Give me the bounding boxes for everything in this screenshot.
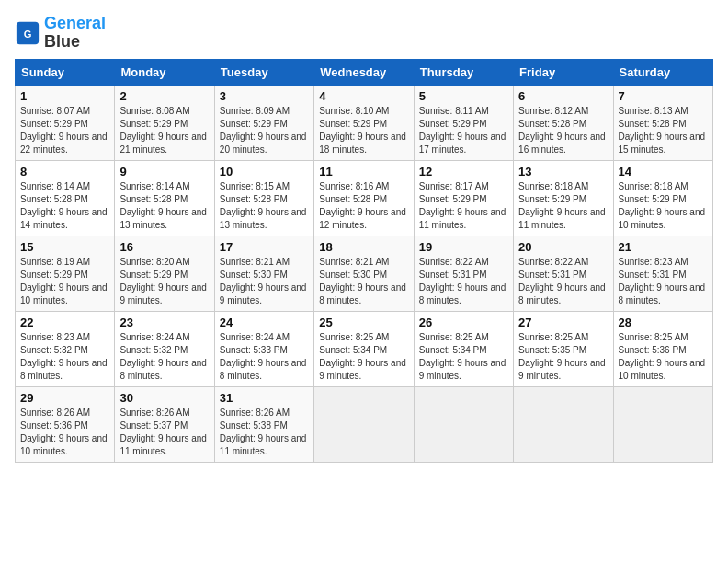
sunrise: Sunrise: 8:14 AM: [20, 181, 90, 191]
day-info: Sunrise: 8:26 AM Sunset: 5:38 PM Dayligh…: [220, 407, 309, 458]
daylight: Daylight: 9 hours and 12 minutes.: [319, 207, 406, 230]
sunrise: Sunrise: 8:17 AM: [419, 181, 489, 191]
calendar-cell: 5 Sunrise: 8:11 AM Sunset: 5:29 PM Dayli…: [414, 85, 513, 160]
sunset: Sunset: 5:31 PM: [518, 270, 586, 280]
sunset: Sunset: 5:29 PM: [20, 119, 88, 129]
day-info: Sunrise: 8:11 AM Sunset: 5:29 PM Dayligh…: [419, 105, 508, 156]
daylight: Daylight: 9 hours and 8 minutes.: [319, 282, 406, 305]
calendar-cell: 19 Sunrise: 8:22 AM Sunset: 5:31 PM Dayl…: [414, 236, 513, 311]
calendar-cell: 15 Sunrise: 8:19 AM Sunset: 5:29 PM Dayl…: [16, 236, 115, 311]
calendar-cell: 21 Sunrise: 8:23 AM Sunset: 5:31 PM Dayl…: [613, 236, 712, 311]
logo-icon: G: [15, 20, 40, 46]
calendar-cell: 11 Sunrise: 8:16 AM Sunset: 5:28 PM Dayl…: [314, 160, 414, 236]
calendar-cell: 28 Sunrise: 8:25 AM Sunset: 5:36 PM Dayl…: [613, 311, 712, 386]
sunrise: Sunrise: 8:22 AM: [518, 257, 588, 267]
day-info: Sunrise: 8:17 AM Sunset: 5:29 PM Dayligh…: [419, 180, 508, 232]
daylight: Daylight: 9 hours and 11 minutes.: [220, 433, 307, 456]
day-header-thursday: Thursday: [414, 59, 513, 85]
sunrise: Sunrise: 8:23 AM: [20, 332, 90, 342]
sunset: Sunset: 5:29 PM: [119, 119, 188, 129]
calendar-cell: 4 Sunrise: 8:10 AM Sunset: 5:29 PM Dayli…: [314, 85, 414, 160]
day-info: Sunrise: 8:13 AM Sunset: 5:28 PM Dayligh…: [619, 105, 708, 156]
sunset: Sunset: 5:28 PM: [119, 194, 188, 204]
calendar-cell: 16 Sunrise: 8:20 AM Sunset: 5:29 PM Dayl…: [115, 236, 214, 311]
day-info: Sunrise: 8:22 AM Sunset: 5:31 PM Dayligh…: [518, 256, 608, 307]
day-header-friday: Friday: [514, 59, 613, 85]
sunrise: Sunrise: 8:20 AM: [119, 257, 189, 267]
day-info: Sunrise: 8:08 AM Sunset: 5:29 PM Dayligh…: [119, 105, 209, 156]
day-number: 11: [319, 165, 408, 178]
sunrise: Sunrise: 8:09 AM: [220, 106, 290, 116]
daylight: Daylight: 9 hours and 14 minutes.: [20, 207, 108, 230]
day-number: 28: [619, 316, 708, 329]
calendar-cell: 9 Sunrise: 8:14 AM Sunset: 5:28 PM Dayli…: [115, 160, 214, 236]
daylight: Daylight: 9 hours and 9 minutes.: [319, 358, 406, 381]
calendar-cell: 18 Sunrise: 8:21 AM Sunset: 5:30 PM Dayl…: [314, 236, 414, 311]
day-info: Sunrise: 8:23 AM Sunset: 5:32 PM Dayligh…: [20, 331, 109, 383]
sunset: Sunset: 5:29 PM: [20, 270, 88, 280]
day-info: Sunrise: 8:23 AM Sunset: 5:31 PM Dayligh…: [619, 256, 708, 307]
day-header-monday: Monday: [115, 59, 214, 85]
day-info: Sunrise: 8:16 AM Sunset: 5:28 PM Dayligh…: [319, 180, 408, 232]
daylight: Daylight: 9 hours and 8 minutes.: [619, 282, 706, 305]
day-number: 17: [220, 240, 309, 254]
sunset: Sunset: 5:35 PM: [518, 345, 586, 355]
calendar-cell: 24 Sunrise: 8:24 AM Sunset: 5:33 PM Dayl…: [214, 311, 313, 386]
daylight: Daylight: 9 hours and 9 minutes.: [518, 358, 606, 381]
sunset: Sunset: 5:28 PM: [518, 119, 586, 129]
sunset: Sunset: 5:30 PM: [319, 270, 387, 280]
day-number: 27: [518, 316, 608, 329]
calendar-cell: 8 Sunrise: 8:14 AM Sunset: 5:28 PM Dayli…: [16, 160, 115, 236]
sunrise: Sunrise: 8:26 AM: [20, 408, 90, 418]
day-info: Sunrise: 8:07 AM Sunset: 5:29 PM Dayligh…: [20, 105, 109, 156]
day-info: Sunrise: 8:15 AM Sunset: 5:28 PM Dayligh…: [220, 180, 309, 232]
sunset: Sunset: 5:36 PM: [619, 345, 687, 355]
day-number: 19: [419, 240, 508, 254]
calendar-cell: 29 Sunrise: 8:26 AM Sunset: 5:36 PM Dayl…: [16, 386, 115, 462]
sunset: Sunset: 5:34 PM: [419, 345, 487, 355]
week-row-2: 8 Sunrise: 8:14 AM Sunset: 5:28 PM Dayli…: [16, 160, 713, 236]
day-number: 5: [419, 89, 508, 103]
sunset: Sunset: 5:29 PM: [619, 194, 687, 204]
sunrise: Sunrise: 8:25 AM: [419, 332, 489, 342]
daylight: Daylight: 9 hours and 8 minutes.: [119, 358, 207, 381]
sunrise: Sunrise: 8:25 AM: [518, 332, 588, 342]
daylight: Daylight: 9 hours and 9 minutes.: [419, 358, 506, 381]
sunset: Sunset: 5:29 PM: [419, 119, 487, 129]
daylight: Daylight: 9 hours and 8 minutes.: [220, 358, 307, 381]
day-number: 18: [319, 240, 408, 254]
day-info: Sunrise: 8:25 AM Sunset: 5:35 PM Dayligh…: [518, 331, 608, 383]
calendar-cell: 13 Sunrise: 8:18 AM Sunset: 5:29 PM Dayl…: [514, 160, 613, 236]
day-header-saturday: Saturday: [613, 59, 712, 85]
day-info: Sunrise: 8:25 AM Sunset: 5:36 PM Dayligh…: [619, 331, 708, 383]
calendar-cell: 3 Sunrise: 8:09 AM Sunset: 5:29 PM Dayli…: [214, 85, 313, 160]
sunrise: Sunrise: 8:12 AM: [518, 106, 588, 116]
daylight: Daylight: 9 hours and 21 minutes.: [119, 132, 207, 155]
week-row-4: 22 Sunrise: 8:23 AM Sunset: 5:32 PM Dayl…: [16, 311, 713, 386]
day-info: Sunrise: 8:18 AM Sunset: 5:29 PM Dayligh…: [619, 180, 708, 232]
sunrise: Sunrise: 8:18 AM: [518, 181, 588, 191]
daylight: Daylight: 9 hours and 11 minutes.: [518, 207, 606, 230]
day-info: Sunrise: 8:21 AM Sunset: 5:30 PM Dayligh…: [319, 256, 408, 307]
calendar-cell: 14 Sunrise: 8:18 AM Sunset: 5:29 PM Dayl…: [613, 160, 712, 236]
day-info: Sunrise: 8:25 AM Sunset: 5:34 PM Dayligh…: [419, 331, 508, 383]
calendar-cell: 17 Sunrise: 8:21 AM Sunset: 5:30 PM Dayl…: [214, 236, 313, 311]
sunrise: Sunrise: 8:26 AM: [119, 408, 189, 418]
day-number: 22: [20, 316, 109, 329]
week-row-5: 29 Sunrise: 8:26 AM Sunset: 5:36 PM Dayl…: [16, 386, 713, 462]
sunrise: Sunrise: 8:18 AM: [619, 181, 688, 191]
daylight: Daylight: 9 hours and 13 minutes.: [119, 207, 207, 230]
daylight: Daylight: 9 hours and 8 minutes.: [419, 282, 506, 305]
day-info: Sunrise: 8:14 AM Sunset: 5:28 PM Dayligh…: [20, 180, 109, 232]
calendar-cell: 10 Sunrise: 8:15 AM Sunset: 5:28 PM Dayl…: [214, 160, 313, 236]
daylight: Daylight: 9 hours and 10 minutes.: [20, 282, 108, 305]
sunset: Sunset: 5:28 PM: [319, 194, 387, 204]
sunset: Sunset: 5:28 PM: [220, 194, 288, 204]
calendar-table: SundayMondayTuesdayWednesdayThursdayFrid…: [15, 59, 713, 463]
daylight: Daylight: 9 hours and 20 minutes.: [220, 132, 307, 155]
day-header-wednesday: Wednesday: [314, 59, 414, 85]
calendar-cell: 6 Sunrise: 8:12 AM Sunset: 5:28 PM Dayli…: [514, 85, 613, 160]
day-number: 3: [220, 89, 309, 103]
sunset: Sunset: 5:29 PM: [220, 119, 288, 129]
day-header-row: SundayMondayTuesdayWednesdayThursdayFrid…: [16, 59, 713, 85]
